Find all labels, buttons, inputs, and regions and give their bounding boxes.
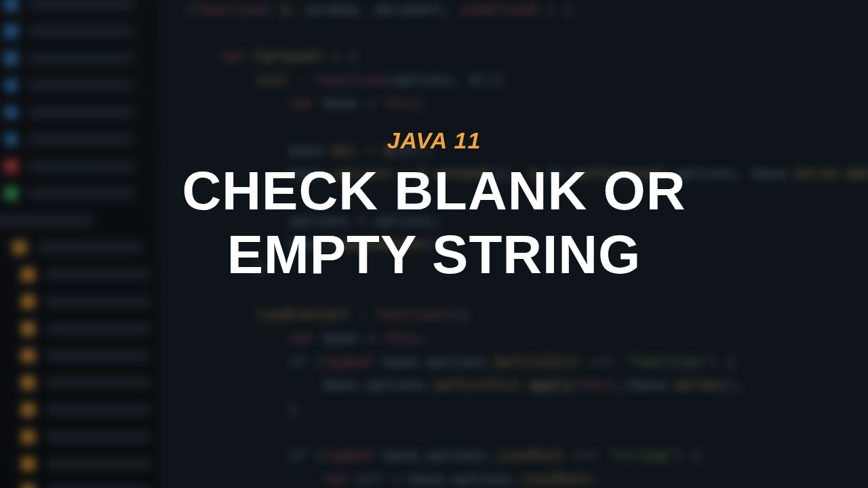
file-tree-item (0, 477, 152, 488)
file-tree-item (0, 315, 152, 342)
file-square-icon (21, 457, 35, 471)
file-tree-item (0, 396, 152, 424)
file-tree-item (0, 234, 152, 261)
file-square-icon (4, 159, 18, 174)
file-tree-item (0, 18, 152, 45)
file-dot-icon (4, 132, 18, 146)
file-name-blur (45, 323, 152, 336)
file-name-blur (45, 268, 152, 281)
editor-background: (function( $, window, document, undefine… (0, 0, 868, 488)
file-square-icon (4, 51, 18, 65)
file-name-blur (28, 160, 135, 173)
file-square-icon (21, 295, 35, 309)
file-name-blur (45, 296, 152, 308)
file-tree-item (0, 153, 152, 180)
file-square-icon (21, 403, 35, 417)
file-name-blur (28, 25, 135, 38)
file-square-icon (21, 375, 35, 390)
file-name-blur (28, 106, 135, 119)
file-tree-item (0, 72, 152, 99)
file-name-blur (28, 0, 135, 11)
file-name-blur (45, 349, 152, 362)
file-square-icon (21, 484, 35, 488)
file-dot-icon (4, 78, 18, 92)
file-tree-item (0, 207, 152, 234)
file-tree-item (0, 0, 152, 18)
file-tree-item (0, 369, 152, 396)
file-name-blur (45, 458, 152, 470)
file-tree-item (0, 99, 152, 126)
file-dot-icon (4, 105, 18, 119)
file-tree-item (0, 424, 152, 451)
file-square-icon (21, 348, 35, 363)
file-name-blur (28, 133, 135, 146)
file-tree-item (0, 288, 152, 315)
file-name-blur (28, 52, 135, 65)
file-square-icon (21, 430, 35, 444)
file-square-icon (12, 241, 26, 255)
file-name-blur (37, 241, 144, 254)
file-square-icon (21, 321, 35, 336)
file-tree-item (0, 45, 152, 72)
file-name-blur (28, 79, 135, 92)
file-name-blur (45, 485, 152, 488)
file-name-blur (45, 376, 152, 389)
file-tree-item (0, 261, 152, 288)
file-square-icon (4, 24, 18, 39)
file-name-blur (45, 430, 152, 443)
code-editor-pane: (function( $, window, document, undefine… (158, 0, 868, 488)
file-tree-item (0, 180, 152, 207)
file-square-icon (21, 268, 35, 282)
file-tree-sidebar (0, 0, 158, 488)
file-tree-item (0, 342, 152, 369)
file-tree-item (0, 126, 152, 153)
file-name-blur (0, 214, 94, 227)
file-square-icon (4, 0, 18, 12)
file-tree-item (0, 451, 152, 478)
file-name-blur (45, 403, 152, 416)
file-square-icon (4, 186, 18, 201)
file-name-blur (28, 187, 135, 200)
